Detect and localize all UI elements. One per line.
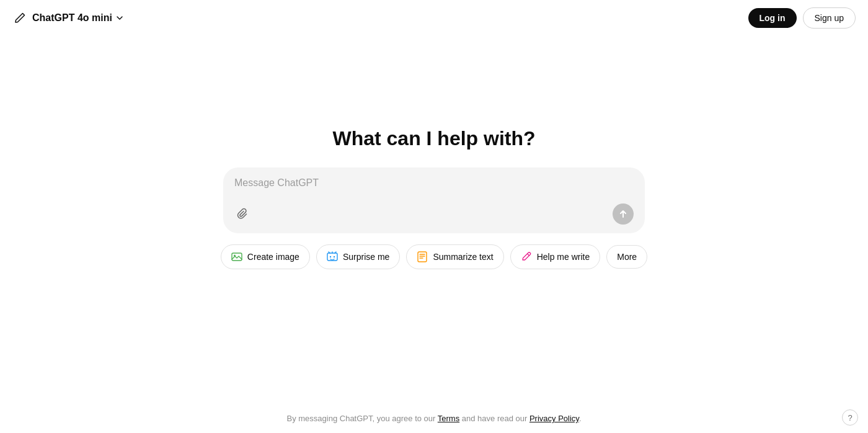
create-image-icon — [231, 251, 242, 262]
privacy-link[interactable]: Privacy Policy — [529, 414, 579, 423]
help-me-write-button[interactable]: Help me write — [510, 244, 601, 269]
terms-link[interactable]: Terms — [438, 414, 459, 423]
model-name: ChatGPT 4o mini — [32, 12, 112, 24]
svg-line-12 — [527, 254, 529, 256]
header-left: ChatGPT 4o mini — [12, 11, 125, 25]
input-placeholder: Message ChatGPT — [234, 177, 634, 189]
edit-icon[interactable] — [12, 11, 27, 25]
login-button[interactable]: Log in — [748, 8, 797, 28]
help-me-write-label: Help me write — [537, 252, 590, 262]
attach-icon[interactable] — [234, 205, 252, 223]
more-button[interactable]: More — [606, 245, 647, 269]
header: ChatGPT 4o mini Log in Sign up — [0, 0, 868, 36]
signup-button[interactable]: Sign up — [803, 7, 856, 29]
svg-rect-2 — [327, 253, 337, 261]
header-right: Log in Sign up — [748, 7, 856, 29]
surprise-me-label: Surprise me — [343, 252, 389, 262]
summarize-text-button[interactable]: Summarize text — [406, 244, 503, 269]
svg-point-7 — [334, 256, 335, 257]
chat-input-container[interactable]: Message ChatGPT — [223, 167, 645, 233]
svg-point-6 — [330, 256, 331, 257]
footer-text-before: By messaging ChatGPT, you agree to our — [287, 414, 438, 423]
svg-rect-0 — [232, 253, 242, 261]
help-button[interactable]: ? — [842, 409, 858, 426]
help-me-write-icon — [521, 251, 532, 262]
svg-rect-8 — [418, 252, 427, 262]
model-selector[interactable]: ChatGPT 4o mini — [32, 12, 125, 24]
main-heading: What can I help with? — [332, 127, 535, 150]
surprise-me-button[interactable]: Surprise me — [316, 244, 400, 269]
summarize-text-label: Summarize text — [433, 252, 493, 262]
more-label: More — [617, 252, 637, 262]
action-buttons: Create image Surprise me — [221, 244, 647, 269]
surprise-me-icon — [327, 251, 338, 262]
footer-text-after: . — [579, 414, 582, 423]
footer: By messaging ChatGPT, you agree to our T… — [0, 414, 868, 423]
chat-input-bottom — [234, 203, 634, 225]
send-button[interactable] — [613, 203, 634, 225]
summarize-text-icon — [417, 251, 428, 262]
create-image-button[interactable]: Create image — [221, 244, 310, 269]
create-image-label: Create image — [247, 252, 299, 262]
chevron-down-icon — [115, 13, 125, 23]
main-content: What can I help with? Message ChatGPT — [0, 0, 868, 433]
footer-text-middle: and have read our — [459, 414, 529, 423]
